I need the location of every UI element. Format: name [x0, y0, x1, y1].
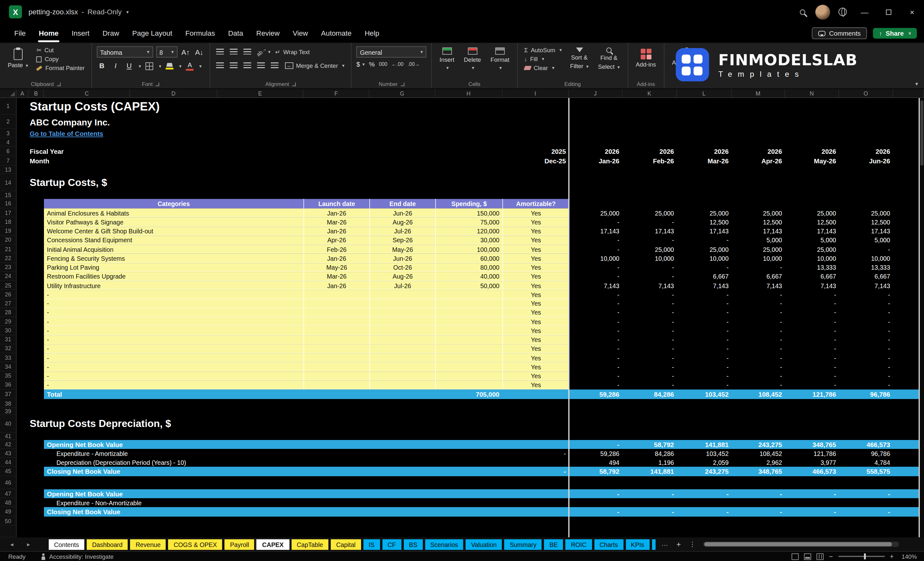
capex-launch-date[interactable]: Apr-26 [303, 236, 369, 244]
capex-end-date[interactable] [369, 372, 435, 381]
italic-button[interactable]: I [110, 60, 121, 71]
align-middle-button[interactable] [228, 46, 239, 57]
row-header-42[interactable]: 42 [0, 440, 16, 449]
grow-font-button[interactable]: A↑ [180, 46, 191, 57]
underline-button[interactable]: U [124, 60, 135, 71]
horizontal-scrollbar[interactable] [703, 542, 898, 547]
dialog-launcher-icon[interactable] [156, 82, 159, 86]
capex-spending[interactable] [435, 353, 502, 362]
row-header-26[interactable]: 26 [0, 290, 16, 299]
row-header-43[interactable]: 43 [0, 449, 16, 458]
row-header-22[interactable]: 22 [0, 254, 16, 262]
capex-amortizable[interactable]: Yes [502, 218, 569, 226]
borders-button[interactable] [144, 60, 155, 71]
more-tabs-button[interactable]: ··· [662, 541, 668, 548]
row-header-50[interactable]: 50 [0, 517, 16, 526]
row-header-17[interactable]: 17 [0, 208, 16, 218]
column-header-G[interactable]: G [369, 89, 435, 98]
row-header-3[interactable]: 3 [0, 129, 16, 138]
row-header-41[interactable]: 41 [0, 433, 16, 440]
increase-decimal-button[interactable]: ←.00 [392, 61, 404, 67]
row-header-16[interactable]: 16 [0, 199, 16, 208]
menu-view[interactable]: View [287, 26, 314, 41]
capex-launch-date[interactable]: Jan-26 [303, 226, 369, 235]
row-header-25[interactable]: 25 [0, 281, 16, 290]
capex-launch-date[interactable]: Mar-26 [303, 272, 369, 281]
row-header-2[interactable]: 2 [0, 115, 16, 129]
capex-launch-date[interactable]: Feb-26 [303, 244, 369, 254]
add-sheet-button[interactable]: + [676, 540, 681, 549]
sheet-tab-capex[interactable]: CAPEX [257, 539, 289, 549]
format-cells-button[interactable]: Format▾ [488, 46, 512, 72]
column-header-N[interactable]: N [785, 89, 839, 98]
insert-cells-button[interactable]: Insert▾ [436, 46, 457, 72]
row-header-15[interactable]: 15 [0, 191, 16, 199]
sheet-menu-button[interactable]: ⋮ [689, 540, 696, 548]
capex-category[interactable]: - [44, 308, 303, 317]
row-header-29[interactable]: 29 [0, 317, 16, 326]
row-header-28[interactable]: 28 [0, 308, 16, 317]
sheet-tab-be[interactable]: BE [544, 539, 563, 549]
orientation-button[interactable]: ab→▾ [256, 46, 271, 57]
align-top-button[interactable] [214, 46, 225, 57]
capex-end-date[interactable] [369, 381, 435, 389]
row-header-38[interactable]: 38 [0, 399, 16, 408]
row-header-27[interactable]: 27 [0, 299, 16, 308]
capex-category[interactable]: Welcome Center & Gift Shop Build-out [44, 226, 303, 235]
capex-spending[interactable]: 30,000 [435, 236, 502, 244]
capex-end-date[interactable]: Jul-26 [369, 281, 435, 290]
font-size-select[interactable]: 8▾ [156, 46, 177, 57]
bold-button[interactable]: B [96, 60, 107, 71]
capex-category[interactable]: Concessions Stand Equipment [44, 236, 303, 244]
column-header-I[interactable]: I [502, 89, 569, 98]
align-left-button[interactable] [214, 60, 225, 70]
menu-page-layout[interactable]: Page Layout [126, 26, 178, 41]
row-header-7[interactable]: 7 [0, 156, 16, 165]
capex-amortizable[interactable]: Yes [502, 244, 569, 254]
column-header-C[interactable]: C [44, 89, 130, 98]
sheet-tab-revenue[interactable]: Revenue [130, 539, 166, 549]
delete-cells-button[interactable]: Delete▾ [461, 46, 484, 72]
addins-button[interactable]: Add-ins [633, 46, 659, 69]
sheet-tab-so[interactable]: So [652, 539, 656, 549]
capex-launch-date[interactable] [303, 326, 369, 335]
shrink-font-button[interactable]: A↓ [194, 46, 205, 57]
paste-button[interactable]: Paste ▾ [5, 46, 31, 70]
row-header-46[interactable]: 46 [0, 476, 16, 489]
row-header-39[interactable]: 39 [0, 408, 16, 415]
column-header-E[interactable]: E [218, 89, 303, 98]
page-layout-view-button[interactable] [804, 553, 811, 560]
capex-spending[interactable] [435, 335, 502, 344]
close-button[interactable]: × [900, 0, 924, 24]
sheet-tab-contents[interactable]: Contents [49, 539, 84, 549]
capex-spending[interactable] [435, 362, 502, 371]
search-button[interactable] [792, 0, 812, 24]
align-center-button[interactable] [228, 60, 239, 70]
capex-launch-date[interactable]: Jan-26 [303, 208, 369, 218]
row-header-40[interactable]: 40 [0, 415, 16, 433]
capex-category[interactable]: Restroom Facilities Upgrade [44, 272, 303, 281]
sheet-tab-is[interactable]: IS [363, 539, 380, 549]
column-header-K[interactable]: K [622, 89, 677, 98]
zoom-out-button[interactable]: − [829, 553, 833, 560]
column-header-J[interactable]: J [569, 89, 622, 98]
capex-category[interactable]: Utility Infrastructure [44, 281, 303, 290]
capex-spending[interactable]: 40,000 [435, 272, 502, 281]
capex-launch-date[interactable]: Jan-26 [303, 281, 369, 290]
row-header-31[interactable]: 31 [0, 335, 16, 344]
column-header-B[interactable]: B [28, 89, 44, 98]
capex-launch-date[interactable] [303, 308, 369, 317]
capex-launch-date[interactable]: May-26 [303, 262, 369, 272]
font-color-button[interactable]: A [184, 60, 195, 71]
maximize-button[interactable] [876, 0, 900, 24]
copy-button[interactable]: Copy [35, 55, 87, 63]
copilot-button[interactable] [832, 0, 853, 24]
sheet-tab-roic[interactable]: ROIC [566, 539, 592, 549]
zoom-level[interactable]: 140% [899, 553, 917, 560]
capex-spending[interactable]: 100,000 [435, 244, 502, 254]
capex-end-date[interactable] [369, 290, 435, 299]
zoom-slider-thumb[interactable] [864, 554, 866, 560]
menu-formulas[interactable]: Formulas [179, 26, 221, 41]
currency-format-button[interactable]: $▾ [356, 60, 364, 68]
capex-category[interactable]: - [44, 290, 303, 299]
